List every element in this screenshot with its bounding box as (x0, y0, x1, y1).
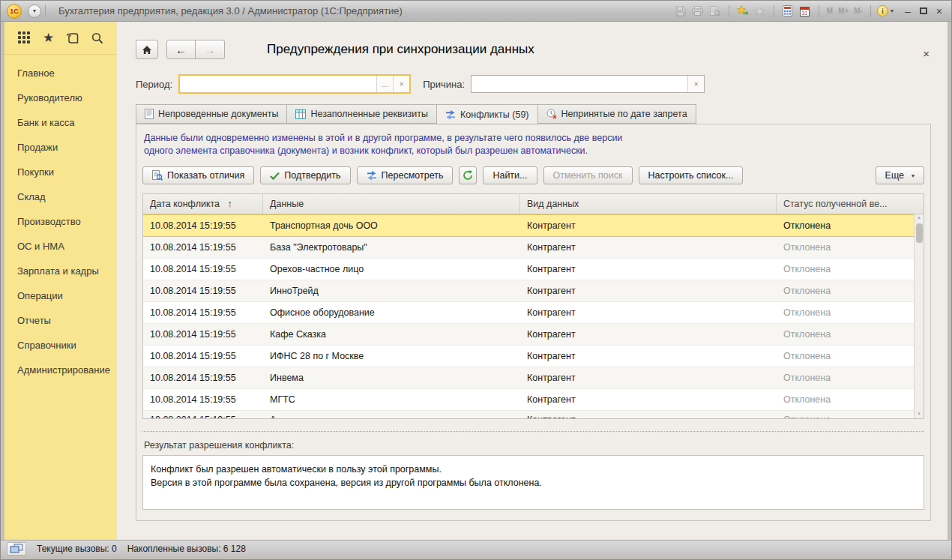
review-button[interactable]: Пересмотреть (357, 166, 454, 184)
back-arrow-icon: ← (175, 43, 187, 56)
maximize-button[interactable] (920, 7, 927, 14)
info-caret-icon[interactable]: ▾ (891, 7, 894, 14)
scrollbar-thumb[interactable] (916, 223, 923, 243)
show-differences-button[interactable]: Показать отличия (142, 166, 254, 184)
find-button[interactable]: Найти... (483, 166, 537, 184)
cell-kind: Контрагент (520, 411, 777, 418)
cell-data: МГТС (263, 394, 520, 405)
refresh-icon (463, 170, 473, 181)
splitter[interactable] (142, 431, 924, 432)
goto-link-icon[interactable] (735, 4, 750, 19)
sidebar-item-sklad[interactable]: Склад (4, 184, 117, 209)
server-calls-icon[interactable] (7, 542, 26, 556)
navigation-row: ← → Предупреждения при синхронизации дан… (136, 40, 931, 59)
reason-clear-button[interactable]: × (687, 76, 704, 92)
table-row[interactable]: 10.08.2014 15:19:55 Кафе Сказка Контраге… (143, 324, 914, 346)
cell-status: Отклонена (777, 242, 914, 253)
table-row-clipped[interactable]: 10.08.2014 15:19:55 А... Контрагент Откл… (143, 411, 914, 418)
sidebar-item-administrirovanie[interactable]: Администрирование (4, 358, 117, 382)
forward-button[interactable]: → (196, 40, 225, 59)
cell-status: Отклонена (777, 394, 914, 405)
app-window: 1С ▾ Бухгалтерия предприятия, редакция 3… (0, 0, 952, 560)
tab-rejected-by-date[interactable]: Непринятые по дате запрета (538, 104, 696, 124)
sidebar-item-prodazhi[interactable]: Продажи (4, 135, 117, 160)
history-nav-group: ← → (166, 40, 225, 59)
close-form-icon[interactable]: × (923, 49, 930, 59)
conflict-arrows-icon (445, 109, 456, 120)
sidebar-item-otchety[interactable]: Отчеты (4, 308, 117, 333)
period-clear-button[interactable]: × (393, 76, 409, 92)
cell-date: 10.08.2014 15:19:55 (143, 220, 263, 231)
reason-field: × (471, 75, 705, 93)
table-row[interactable]: 10.08.2014 15:19:55 МГТС Контрагент Откл… (143, 389, 914, 411)
table-row-selected[interactable]: 10.08.2014 15:19:55 Транспортная дочь ОО… (143, 214, 914, 237)
sidebar-item-operatsii[interactable]: Операции (4, 283, 117, 308)
sidebar-item-spravochniki[interactable]: Справочники (4, 333, 117, 358)
sidebar-item-proizvodstvo[interactable]: Производство (4, 209, 117, 234)
cell-data: База "Электротовары" (263, 242, 520, 253)
cell-status: Отклонена (777, 351, 914, 361)
minimize-button[interactable]: – (905, 6, 911, 16)
column-header-status[interactable]: Статус полученной ве... (777, 194, 924, 214)
column-header-date[interactable]: Дата конфликта ↑ (143, 194, 263, 214)
conflicts-table: Дата конфликта ↑ Данные Вид данных Стату… (142, 193, 924, 419)
calculator-icon[interactable] (780, 4, 795, 19)
info-icon[interactable]: i (877, 5, 888, 16)
home-button[interactable] (136, 40, 158, 59)
search-icon[interactable] (90, 31, 105, 46)
sidebar-item-rukovoditelyu[interactable]: Руководителю (4, 85, 117, 110)
cell-date: 10.08.2014 15:19:55 (143, 373, 263, 383)
cell-kind: Контрагент (520, 220, 777, 231)
table-row[interactable]: 10.08.2014 15:19:55 Инвема Контрагент От… (143, 367, 914, 389)
close-window-button[interactable]: × (936, 6, 942, 16)
history-icon[interactable] (65, 31, 80, 46)
column-header-data[interactable]: Данные (263, 194, 520, 214)
back-button[interactable]: ← (166, 40, 196, 59)
main-menu-button[interactable]: ▾ (28, 4, 41, 18)
favorites-icon[interactable]: ★ (41, 31, 56, 46)
calendar-icon[interactable]: 31 (798, 4, 813, 19)
filter-row: Период: ... × Причина: × (136, 74, 931, 94)
refresh-button[interactable] (459, 166, 477, 184)
configure-list-button[interactable]: Настроить список... (639, 166, 744, 184)
cell-kind: Контрагент (520, 373, 777, 383)
svg-text:31: 31 (802, 10, 808, 15)
separator (729, 5, 729, 17)
table-row[interactable]: 10.08.2014 15:19:55 Офисное оборудование… (143, 302, 914, 324)
column-header-kind[interactable]: Вид данных (520, 194, 777, 214)
vertical-scrollbar[interactable]: ▲ ▼ (914, 214, 924, 418)
sidebar-item-os-i-nma[interactable]: ОС и НМА (4, 234, 117, 259)
cell-status: Отклонена (777, 307, 914, 318)
cancel-search-button[interactable]: Отменить поиск (543, 166, 633, 184)
table-row[interactable]: 10.08.2014 15:19:55 Орехов-частное лицо … (143, 259, 914, 280)
sidebar-item-pokupki[interactable]: Покупки (4, 160, 117, 184)
more-button[interactable]: Еще ▾ (876, 166, 924, 184)
cell-date: 10.08.2014 15:19:55 (143, 307, 263, 318)
current-calls: Текущие вызовы: 0 (37, 544, 117, 554)
titlebar: 1С ▾ Бухгалтерия предприятия, редакция 3… (1, 1, 951, 22)
memory-minus-button: M- (852, 7, 864, 15)
sections-grid-icon[interactable] (16, 31, 31, 46)
table-row[interactable]: 10.08.2014 15:19:55 База "Электротовары"… (143, 237, 914, 259)
reason-input[interactable] (472, 76, 687, 92)
period-picker-button[interactable]: ... (376, 76, 393, 92)
table-row[interactable]: 10.08.2014 15:19:55 ИФНС 28 по г Москве … (143, 346, 914, 367)
result-line-1: Конфликт был разрешен автоматически в по… (151, 463, 916, 476)
button-label: Подтвердить (284, 170, 340, 181)
cell-data: Инвема (263, 373, 520, 383)
tab-unfilled-attributes[interactable]: Незаполненные реквизиты (286, 104, 436, 124)
button-label: Отменить поиск (553, 170, 623, 181)
cell-date: 10.08.2014 15:19:55 (143, 394, 263, 405)
table-body: 10.08.2014 15:19:55 Транспортная дочь ОО… (143, 214, 924, 418)
period-input[interactable] (180, 76, 376, 92)
sidebar-item-zarplata-i-kadry[interactable]: Зарплата и кадры (4, 259, 117, 283)
sidebar-item-glavnoe[interactable]: Главное (4, 61, 117, 85)
scroll-down-icon[interactable]: ▼ (917, 411, 921, 418)
confirm-button[interactable]: Подтвердить (260, 166, 350, 184)
scroll-up-icon[interactable]: ▲ (917, 214, 921, 222)
tab-conflicts[interactable]: Конфликты (59) (436, 104, 537, 124)
table-row[interactable]: 10.08.2014 15:19:55 ИнноТрейд Контрагент… (143, 280, 914, 302)
tab-unposted-documents[interactable]: Непроведенные документы (136, 104, 286, 124)
sidebar-toolbar: ★ (4, 22, 117, 55)
sidebar-item-bank-i-kassa[interactable]: Банк и касса (4, 110, 117, 135)
